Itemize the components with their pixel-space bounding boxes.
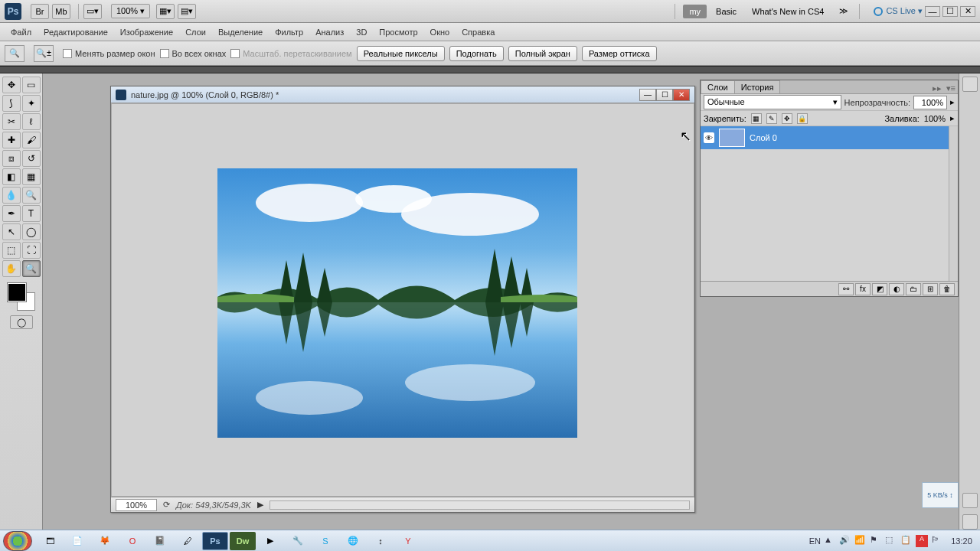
lang-indicator[interactable]: EN <box>809 536 821 546</box>
tab-history[interactable]: История <box>734 80 781 93</box>
taskbar-sync-icon[interactable]: ↕ <box>368 532 394 550</box>
horizontal-scrollbar[interactable] <box>270 500 690 510</box>
tab-layers[interactable]: Слои <box>701 80 735 93</box>
document-titlebar[interactable]: nature.jpg @ 100% (Слой 0, RGB/8#) * — ☐… <box>111 86 694 103</box>
lock-pixels-icon[interactable]: ✎ <box>766 113 777 124</box>
opacity-input[interactable]: 100% <box>913 96 947 109</box>
swatches-panel-icon[interactable] <box>962 77 978 92</box>
delete-layer-icon[interactable]: 🗑 <box>939 283 955 295</box>
taskbar-explorer-icon[interactable]: 🗔 <box>37 532 63 550</box>
workspace-more[interactable]: ≫ <box>833 4 854 18</box>
heal-tool[interactable]: ✚ <box>2 132 21 148</box>
doc-maximize[interactable]: ☐ <box>656 89 673 101</box>
layer-list-scrollbar[interactable] <box>949 126 958 281</box>
doc-close[interactable]: ✕ <box>673 89 690 101</box>
menu-window[interactable]: Окно <box>424 26 456 38</box>
history-brush-tool[interactable]: ↺ <box>22 150 41 167</box>
link-layers-icon[interactable]: ⚯ <box>838 283 854 295</box>
move-tool[interactable]: ✥ <box>2 77 21 93</box>
history-panel-icon[interactable] <box>962 493 978 508</box>
tray-action-icon[interactable]: 🏳 <box>931 535 943 547</box>
minibridge-button[interactable]: Mb <box>52 4 70 19</box>
lasso-tool[interactable]: ⟆ <box>2 95 21 112</box>
dodge-tool[interactable]: 🔍 <box>22 187 41 204</box>
layer-fx-icon[interactable]: fx <box>855 283 871 295</box>
bridge-button[interactable]: Br <box>31 4 49 19</box>
status-menu-arrow[interactable]: ▶ <box>257 500 263 510</box>
zoom-all-windows-checkbox[interactable]: Во всех окнах <box>160 49 227 58</box>
workspace-basic[interactable]: Basic <box>710 5 743 18</box>
view-extras-dropdown[interactable]: ▤▾ <box>178 4 196 19</box>
workspace-my[interactable]: my <box>683 5 707 18</box>
crop-tool[interactable]: ✂ <box>2 113 21 130</box>
tray-notepad-icon[interactable]: 📋 <box>900 535 913 547</box>
status-zoom-input[interactable]: 100% <box>116 499 157 511</box>
resize-windows-checkbox[interactable]: Менять размер окон <box>63 49 155 58</box>
taskbar-dreamweaver-icon[interactable]: Dw <box>230 532 256 550</box>
menu-select[interactable]: Выделение <box>212 26 269 38</box>
print-size-button[interactable]: Размер оттиска <box>582 46 657 61</box>
pen-tool[interactable]: ✒ <box>2 205 21 222</box>
window-close[interactable]: ✕ <box>960 6 975 17</box>
menu-filter[interactable]: Фильтр <box>269 26 309 38</box>
3d-tool[interactable]: ⬚ <box>2 242 21 259</box>
menu-view[interactable]: Просмотр <box>373 26 423 38</box>
menu-3d[interactable]: 3D <box>350 26 373 38</box>
lock-transparency-icon[interactable]: ▦ <box>751 113 762 124</box>
stamp-tool[interactable]: ⧈ <box>2 150 21 167</box>
cslive-dropdown[interactable]: CS Live ▾ <box>874 6 923 16</box>
menu-analysis[interactable]: Анализ <box>309 26 350 38</box>
opacity-slider-arrow-icon[interactable]: ▸ <box>950 97 955 107</box>
tray-show-hidden-icon[interactable]: ▲ <box>824 535 836 547</box>
zoom-in-out-toggle[interactable]: 🔍± <box>34 45 54 62</box>
workspace-whatsnew[interactable]: What's New in CS4 <box>746 5 830 18</box>
tray-app2-icon[interactable]: ⬚ <box>885 535 897 547</box>
menu-image[interactable]: Изображение <box>114 26 179 38</box>
menu-layer[interactable]: Слои <box>179 26 212 38</box>
tray-app1-icon[interactable]: ⚑ <box>870 535 882 547</box>
3d-camera-tool[interactable]: ⛶ <box>22 242 41 259</box>
eyedropper-tool[interactable]: ℓ <box>22 113 41 130</box>
panel-menu-icon[interactable]: ▾≡ <box>944 83 958 93</box>
adjustment-layer-icon[interactable]: ◐ <box>889 283 904 295</box>
tray-network-icon[interactable]: 📶 <box>854 535 867 547</box>
tray-volume-icon[interactable]: 🔊 <box>839 535 851 547</box>
taskbar-paint-icon[interactable]: 🖊 <box>175 532 201 550</box>
actions-panel-icon[interactable] <box>962 514 978 530</box>
lock-all-icon[interactable]: 🔒 <box>797 113 808 124</box>
type-tool[interactable]: T <box>22 205 41 222</box>
taskbar-clock[interactable]: 13:20 <box>946 536 977 546</box>
new-layer-icon[interactable]: ⊞ <box>923 283 938 295</box>
marquee-tool[interactable]: ▭ <box>22 77 41 93</box>
taskbar-media-icon[interactable]: ▶ <box>257 532 283 550</box>
doc-minimize[interactable]: — <box>639 89 656 101</box>
fill-slider-arrow-icon[interactable]: ▸ <box>950 113 955 123</box>
actual-pixels-button[interactable]: Реальные пикселы <box>357 46 445 61</box>
fit-screen-button[interactable]: Подогнать <box>449 46 504 61</box>
taskbar-notes-icon[interactable]: 📄 <box>64 532 90 550</box>
taskbar-firefox-icon[interactable]: 🦊 <box>92 532 118 550</box>
layer-name-label[interactable]: Слой 0 <box>750 133 777 142</box>
status-info-icon[interactable]: ⟳ <box>163 500 170 510</box>
hand-tool[interactable]: ✋ <box>2 260 21 277</box>
taskbar-photoshop-icon[interactable]: Ps <box>202 532 228 550</box>
taskbar-notepad-icon[interactable]: 📓 <box>147 532 173 550</box>
screen-mode-dropdown[interactable]: ▭▾ <box>83 4 102 19</box>
blur-tool[interactable]: 💧 <box>2 187 21 204</box>
quick-mask-toggle[interactable]: ◯ <box>10 315 33 329</box>
menu-file[interactable]: Файл <box>5 26 38 38</box>
blend-mode-dropdown[interactable]: Обычные▾ <box>704 95 841 109</box>
wand-tool[interactable]: ✦ <box>22 95 41 112</box>
status-doc-info[interactable]: Док: 549,3K/549,3K <box>176 500 251 510</box>
taskbar-opera-icon[interactable]: O <box>119 532 145 550</box>
fill-input[interactable]: 100% <box>924 114 946 123</box>
menu-help[interactable]: Справка <box>456 26 501 38</box>
gradient-tool[interactable]: ▦ <box>22 168 41 185</box>
layer-mask-icon[interactable]: ◩ <box>872 283 887 295</box>
network-speed-widget[interactable]: 5 KB/s ↕ <box>922 482 959 508</box>
document-canvas[interactable]: ↖ <box>111 103 694 497</box>
zoom-tool[interactable]: 🔍 <box>22 260 41 277</box>
layer-item[interactable]: 👁 Слой 0 <box>701 126 958 149</box>
window-maximize[interactable]: ☐ <box>942 6 958 17</box>
zoom-dropdown[interactable]: 100% ▾ <box>111 4 150 18</box>
